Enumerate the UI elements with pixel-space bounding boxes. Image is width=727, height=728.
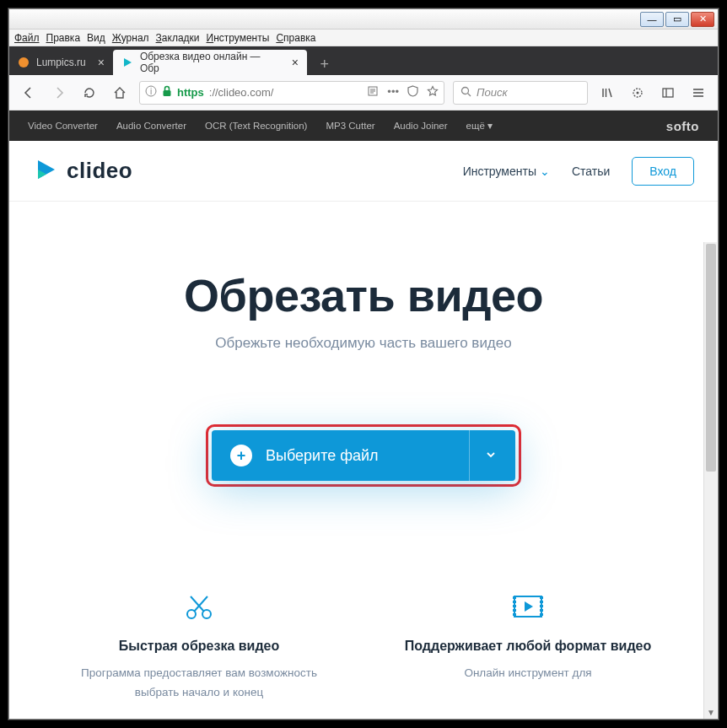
strip-link[interactable]: OCR (Text Recognition): [205, 121, 307, 131]
svg-point-0: [19, 57, 29, 67]
logo-text: clideo: [67, 158, 132, 184]
strip-more[interactable]: ещё ▾: [466, 120, 493, 132]
feature-desc: Онлайн инструмент для: [401, 664, 654, 683]
extension-icon[interactable]: [627, 82, 649, 104]
tab-close-icon[interactable]: ×: [292, 56, 299, 69]
page-viewport: Video Converter Audio Converter OCR (Tex…: [9, 111, 718, 719]
strip-link[interactable]: Audio Joiner: [394, 121, 448, 131]
home-button[interactable]: [109, 82, 131, 104]
menu-edit[interactable]: Правка: [46, 32, 81, 44]
reader-mode-icon[interactable]: [367, 85, 379, 100]
nav-tools-label: Инструменты: [463, 164, 536, 178]
chevron-down-icon: ⌄: [540, 164, 550, 178]
browser-menu-bar: Файл Правка Вид Журнал Закладки Инструме…: [9, 30, 718, 46]
window-titlebar: — ▭ ✕: [9, 9, 718, 30]
browser-toolbar: i https ://clideo.com/ •••: [9, 75, 718, 111]
library-icon[interactable]: [596, 82, 618, 104]
svg-rect-16: [663, 89, 673, 97]
choose-file-button[interactable]: + Выберите файл: [212, 430, 515, 481]
forward-button[interactable]: [48, 82, 70, 104]
strip-link[interactable]: Audio Converter: [116, 121, 186, 131]
search-box[interactable]: Поиск: [453, 81, 588, 105]
window-close-button[interactable]: ✕: [691, 12, 714, 27]
reload-button[interactable]: [78, 82, 100, 104]
play-logo-icon: [33, 157, 58, 185]
menu-view[interactable]: Вид: [87, 32, 105, 44]
video-format-icon: [401, 588, 654, 625]
tab-close-icon[interactable]: ×: [98, 56, 105, 69]
bookmark-star-icon[interactable]: [427, 85, 439, 100]
annotation-highlight: + Выберите файл: [206, 424, 521, 487]
features-section: Быстрая обрезка видео Программа предоста…: [9, 588, 718, 703]
feature-desc: Программа предоставляет вам возможность …: [73, 664, 326, 703]
lock-icon: [162, 85, 172, 100]
cta-label: Выберите файл: [266, 447, 379, 465]
feature-title: Быстрая обрезка видео: [73, 639, 326, 654]
svg-rect-4: [164, 90, 171, 96]
search-placeholder: Поиск: [477, 86, 508, 99]
url-host: ://clideo.com/: [209, 86, 274, 99]
svg-marker-1: [124, 58, 132, 67]
menu-history[interactable]: Журнал: [112, 32, 149, 44]
page-title: Обрезать видео: [9, 269, 718, 321]
clideo-logo[interactable]: clideo: [33, 157, 132, 185]
favicon-play-icon: [121, 57, 133, 68]
new-tab-button[interactable]: +: [314, 53, 336, 75]
tab-clideo[interactable]: Обрезка видео онлайн — Обр ×: [113, 50, 307, 75]
scissors-icon: [73, 588, 326, 625]
vertical-scrollbar[interactable]: ▲ ▼: [703, 242, 717, 719]
svg-point-9: [462, 87, 469, 94]
tab-label: Lumpics.ru: [36, 57, 86, 68]
cta-dropdown[interactable]: [469, 430, 497, 481]
menu-bookmarks[interactable]: Закладки: [156, 32, 200, 44]
address-bar[interactable]: i https ://clideo.com/ •••: [139, 81, 444, 105]
plus-circle-icon: +: [230, 445, 252, 466]
chevron-down-icon: [485, 447, 497, 465]
login-button[interactable]: Вход: [632, 157, 694, 186]
search-icon: [460, 86, 471, 100]
scroll-thumb[interactable]: [706, 244, 716, 472]
hamburger-menu-icon[interactable]: [687, 82, 709, 104]
softo-brand: softo: [666, 119, 699, 133]
favicon-orange-icon: [18, 57, 30, 68]
url-scheme: https: [177, 86, 204, 99]
page-subtitle: Обрежьте необходимую часть вашего видео: [9, 335, 718, 352]
nav-articles-link[interactable]: Статьи: [572, 164, 610, 178]
svg-point-15: [637, 91, 639, 94]
tab-label: Обрезка видео онлайн — Обр: [140, 51, 280, 74]
feature-title: Поддерживает любой формат видео: [401, 639, 654, 654]
window-maximize-button[interactable]: ▭: [665, 12, 689, 27]
feature-card: Поддерживает любой формат видео Онлайн и…: [401, 588, 654, 703]
back-button[interactable]: [18, 82, 40, 104]
tab-bar: Lumpics.ru × Обрезка видео онлайн — Обр …: [9, 46, 718, 75]
info-icon[interactable]: i: [145, 85, 157, 100]
site-header: clideo Инструменты ⌄ Статьи Вход: [9, 141, 718, 202]
menu-tools[interactable]: Инструменты: [207, 32, 270, 44]
scroll-down-arrow-icon[interactable]: ▼: [704, 705, 718, 719]
window-minimize-button[interactable]: —: [640, 12, 664, 27]
strip-link[interactable]: MP3 Cutter: [326, 121, 374, 131]
svg-text:i: i: [150, 87, 152, 96]
feature-card: Быстрая обрезка видео Программа предоста…: [73, 588, 326, 703]
tab-lumpics[interactable]: Lumpics.ru ×: [9, 50, 113, 75]
page-actions-icon[interactable]: •••: [387, 85, 399, 100]
softo-top-strip: Video Converter Audio Converter OCR (Tex…: [9, 111, 718, 141]
sidebar-icon[interactable]: [657, 82, 679, 104]
nav-tools-dropdown[interactable]: Инструменты ⌄: [463, 164, 550, 178]
svg-line-13: [609, 89, 611, 97]
strip-link[interactable]: Video Converter: [28, 121, 98, 131]
svg-marker-28: [525, 601, 533, 612]
protection-icon[interactable]: [407, 85, 418, 100]
hero-section: Обрезать видео Обрежьте необходимую част…: [9, 202, 718, 703]
svg-line-10: [468, 93, 471, 96]
menu-help[interactable]: Справка: [276, 32, 315, 44]
menu-file[interactable]: Файл: [14, 32, 40, 44]
